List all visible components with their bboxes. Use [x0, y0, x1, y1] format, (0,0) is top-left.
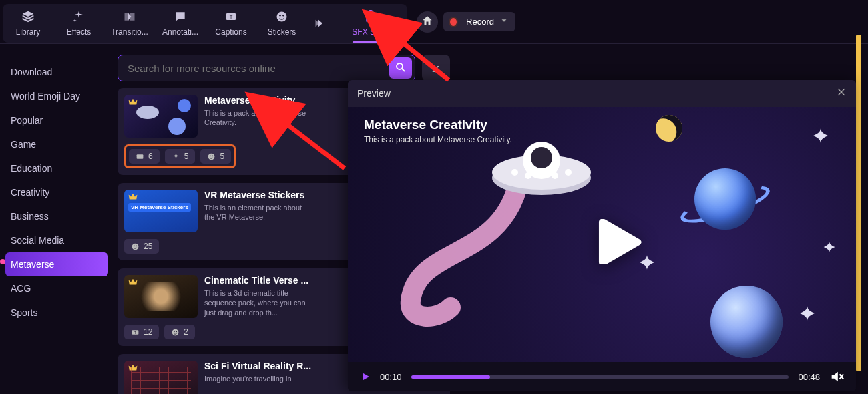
svg-point-9 [531, 147, 552, 168]
pack-desc: This is a pack about Metaverse Creativit… [204, 108, 311, 128]
preview-title: Metaverse Creativity [364, 118, 487, 132]
chevron-down-icon [499, 16, 509, 27]
tab-sfx-store[interactable]: SFX Store [334, 4, 407, 43]
preview-panel: Preview Metaverse Creativity This is a p… [348, 80, 856, 391]
planet-decor [694, 168, 756, 230]
tab-stickers[interactable]: Stickers [256, 4, 307, 43]
edge-decor [856, 35, 861, 371]
home-icon [421, 15, 433, 29]
sidebar-item-game[interactable]: Game [0, 132, 114, 156]
record-dot-icon [450, 18, 457, 26]
ufo-decor [481, 131, 602, 211]
planet-decor [710, 286, 783, 358]
tab-label: Captions [215, 27, 246, 37]
svg-point-10 [511, 169, 518, 176]
seek-progress [411, 375, 491, 379]
pack-title: Cinematic Title Verse ... [204, 275, 311, 286]
sidebar-item-business[interactable]: Business [0, 204, 114, 228]
mute-button[interactable] [829, 369, 844, 384]
sidebar-item-metaverse[interactable]: Metaverse [5, 252, 108, 276]
more-icon [314, 17, 327, 30]
effect-icon [172, 152, 180, 161]
tab-label: SFX Store [352, 27, 389, 37]
downloads-button[interactable] [422, 55, 450, 81]
tab-more[interactable] [307, 4, 334, 43]
preview-controls: 00:10 00:48 [348, 362, 856, 391]
chip-count: 5 [184, 152, 189, 161]
sidebar-item-world-emoji-day[interactable]: World Emoji Day [0, 84, 114, 108]
sticker-icon [207, 152, 216, 161]
preview-video[interactable]: Metaverse Creativity This is a pack abou… [348, 107, 856, 362]
tab-label: Library [16, 27, 41, 37]
tab-label: Effects [67, 27, 91, 37]
count-chip: 25 [124, 239, 159, 254]
svg-point-12 [552, 172, 558, 179]
store-bag-icon [364, 10, 377, 23]
pack-thumbnail: VR Metaverse Stickers [124, 190, 198, 232]
play-button[interactable] [360, 371, 371, 382]
count-chip: 5 [200, 149, 231, 164]
tab-group-left: Library Effects Transitio... Annotati...… [3, 4, 407, 43]
preview-header: Preview [348, 80, 856, 107]
tab-library[interactable]: Library [3, 4, 53, 43]
pack-thumbnail [124, 361, 198, 394]
pack-title: VR Metaverse Stickers [204, 190, 311, 200]
tab-label: Transitio... [111, 27, 148, 37]
pack-text: Cinematic Title Verse ...This is a 3d ci… [204, 275, 311, 318]
chip-row: 25 [124, 239, 159, 254]
stack-icon [21, 10, 35, 23]
star-decor [799, 305, 816, 322]
sidebar-item-social-media[interactable]: Social Media [0, 228, 114, 252]
home-button[interactable] [417, 11, 438, 33]
record-label: Record [466, 17, 494, 27]
category-sidebar: DownloadWorld Emoji DayPopularGameEducat… [0, 51, 114, 394]
sticker-icon [171, 328, 180, 337]
chip-count: 12 [144, 327, 152, 337]
top-nav: Library Effects Transitio... Annotati...… [0, 0, 868, 44]
moon-decor [652, 111, 686, 145]
pack-title: Sci Fi Virtual Reality R... [204, 361, 311, 371]
chip-row: 122 [124, 325, 195, 339]
seek-bar[interactable] [411, 375, 789, 379]
sidebar-item-acg[interactable]: ACG [0, 276, 114, 301]
sidebar-item-download[interactable]: Download [0, 60, 114, 84]
caption-icon [224, 10, 238, 23]
tab-annotations[interactable]: Annotati... [155, 4, 206, 43]
star-decor [812, 127, 829, 144]
search-row [118, 55, 450, 81]
transition-icon [123, 10, 136, 23]
sticker-icon [131, 242, 140, 251]
sparkle-icon [72, 10, 85, 23]
count-chip: 6 [129, 149, 160, 164]
count-chip: 2 [164, 325, 195, 339]
pack-desc: This is a 3d cinematic title sequence pa… [204, 288, 311, 317]
close-button[interactable] [836, 87, 847, 101]
pack-desc: This is an element pack about the VR Met… [204, 203, 311, 222]
download-icon [430, 61, 442, 75]
svg-point-13 [565, 169, 572, 176]
pack-thumbnail [124, 275, 198, 318]
crown-icon [127, 97, 139, 107]
sidebar-item-creativity[interactable]: Creativity [0, 180, 114, 204]
sidebar-item-popular[interactable]: Popular [0, 108, 114, 132]
tab-captions[interactable]: Captions [206, 4, 256, 43]
sidebar-item-education[interactable]: Education [0, 156, 114, 180]
pack-title: Metaverse Creativity [204, 95, 311, 106]
count-chip: 5 [165, 149, 196, 164]
pack-text: Sci Fi Virtual Reality R...Imagine you'r… [204, 361, 311, 394]
play-overlay-button[interactable] [592, 219, 646, 264]
tab-transitions[interactable]: Transitio... [104, 4, 155, 43]
close-icon [836, 87, 847, 97]
sticker-icon [275, 10, 288, 23]
search-wrap [118, 55, 415, 81]
search-input[interactable] [121, 63, 389, 74]
record-button[interactable]: Record [443, 12, 515, 31]
chip-count: 5 [220, 152, 224, 161]
chip-count: 2 [184, 327, 188, 337]
chip-count: 6 [148, 152, 153, 161]
crown-icon [127, 192, 139, 202]
search-button[interactable] [389, 57, 412, 79]
tab-effects[interactable]: Effects [53, 4, 104, 43]
sidebar-item-sports[interactable]: Sports [0, 301, 114, 325]
active-dot-icon [0, 259, 5, 264]
